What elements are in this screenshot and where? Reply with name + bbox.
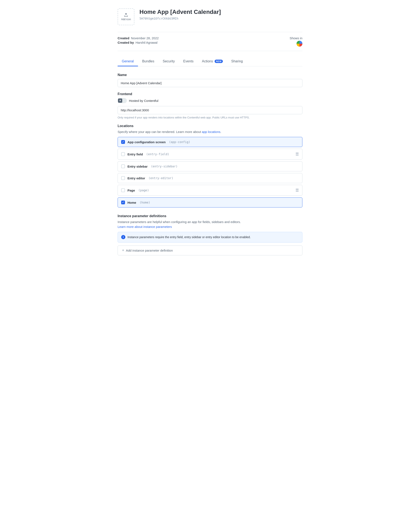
location-code-entry-field: (entry-field) <box>146 152 169 156</box>
created-by-row: Created by Harshil Agrawal <box>118 41 159 44</box>
location-entry-field[interactable]: Entry field (entry-field) ☰ <box>118 149 302 160</box>
info-banner-text: Instance parameters require the entry fi… <box>128 235 251 239</box>
tab-sharing[interactable]: Sharing <box>227 57 247 66</box>
location-entry-sidebar[interactable]: Entry sidebar (entry-sidebar) <box>118 161 302 171</box>
plus-icon: + <box>122 248 124 253</box>
tabs-nav: General Bundles Security Events Actions … <box>118 57 302 66</box>
toggle-label: Hosted by Contentful <box>129 99 158 103</box>
frontend-group: Frontend ✕ Hosted by Contentful Only req… <box>118 92 302 119</box>
location-code-page: (page) <box>138 188 149 192</box>
shows-in-icon <box>297 41 302 47</box>
location-name-page: Page <box>128 188 135 192</box>
tab-general[interactable]: General <box>118 57 138 66</box>
location-code-entry-sidebar: (entry-sidebar) <box>151 165 177 168</box>
list-icon-page: ☰ <box>295 188 299 193</box>
add-param-label: Add instance parameter definition <box>126 249 173 252</box>
created-by-label: Created by <box>118 41 134 44</box>
tab-actions[interactable]: Actions NEW <box>198 57 227 66</box>
app-title-section: Home App [Advent Calendar] 5H70hSgm1Ofcr… <box>139 8 221 20</box>
url-helper-text: Only required if your app renders into l… <box>118 116 302 119</box>
info-icon: i <box>121 235 125 239</box>
location-page[interactable]: Page (page) ☰ <box>118 185 302 196</box>
instance-params-desc: Instance parameters are helpful when con… <box>118 220 302 224</box>
location-name-app-config: App configuration screen <box>128 140 166 144</box>
tab-events[interactable]: Events <box>179 57 198 66</box>
checkbox-app-config[interactable] <box>121 140 125 144</box>
instance-params-section: Instance parameter definitions Instance … <box>118 214 302 255</box>
shows-in-label: Shows in <box>290 36 302 40</box>
instance-params-link[interactable]: Learn more about instance parameters <box>118 225 172 228</box>
name-field-group: Name <box>118 73 302 87</box>
location-name-entry-field: Entry field <box>128 152 143 156</box>
location-name-home: Home <box>128 201 136 204</box>
url-input[interactable] <box>118 106 302 114</box>
locations-desc: Specify where your app can be rendered. … <box>118 130 302 134</box>
app-title: Home App [Advent Calendar] <box>139 8 221 15</box>
app-locations-link[interactable]: app locations <box>202 130 220 134</box>
actions-new-badge: NEW <box>215 60 223 63</box>
name-input[interactable] <box>118 79 302 87</box>
meta-right: Shows in <box>290 36 302 47</box>
toggle-row: ✕ Hosted by Contentful <box>118 98 302 103</box>
checkbox-home[interactable] <box>121 201 125 204</box>
location-entry-editor[interactable]: Entry editor (entry-editor) <box>118 173 302 183</box>
locations-label: Locations <box>118 124 302 128</box>
frontend-label: Frontend <box>118 92 302 96</box>
locations-section: Locations Specify where your app can be … <box>118 124 302 208</box>
toggle-x-icon: ✕ <box>118 98 122 103</box>
meta-left: Created November 28, 2022 Created by Har… <box>118 36 159 44</box>
location-home[interactable]: Home (home) <box>118 197 302 208</box>
location-code-entry-editor: (entry-editor) <box>149 176 173 180</box>
checkbox-entry-sidebar[interactable] <box>121 165 125 168</box>
add-icon-label: Add icon <box>121 18 131 21</box>
location-code-app-config: (app-config) <box>169 140 190 144</box>
tab-bundles[interactable]: Bundles <box>138 57 158 66</box>
instance-params-label: Instance parameter definitions <box>118 214 302 218</box>
meta-section: Created November 28, 2022 Created by Har… <box>118 32 302 51</box>
info-banner: i Instance parameters require the entry … <box>118 232 302 242</box>
created-value: November 28, 2022 <box>131 36 159 40</box>
hosted-toggle[interactable]: ✕ <box>118 98 127 103</box>
upload-icon <box>124 13 128 17</box>
tab-security[interactable]: Security <box>158 57 179 66</box>
created-row: Created November 28, 2022 <box>118 36 159 40</box>
location-app-config[interactable]: App configuration screen (app-config) <box>118 137 302 147</box>
add-icon-button[interactable]: Add icon <box>118 8 135 25</box>
checkbox-entry-editor[interactable] <box>121 176 125 180</box>
app-header: Add icon Home App [Advent Calendar] 5H70… <box>118 8 302 25</box>
list-icon-entry-field: ☰ <box>295 152 299 157</box>
checkbox-entry-field[interactable] <box>121 152 125 156</box>
name-label: Name <box>118 73 302 77</box>
checkbox-page[interactable] <box>121 188 125 192</box>
created-label: Created <box>118 36 129 40</box>
location-code-home: (home) <box>140 201 150 204</box>
created-by-value: Harshil Agrawal <box>136 41 158 44</box>
add-param-button[interactable]: + Add instance parameter definition <box>118 246 302 255</box>
location-name-entry-sidebar: Entry sidebar <box>128 165 148 168</box>
location-name-entry-editor: Entry editor <box>128 176 145 180</box>
app-id: 5H70hSgm1OfcrCKkbU3MIh <box>139 17 221 20</box>
